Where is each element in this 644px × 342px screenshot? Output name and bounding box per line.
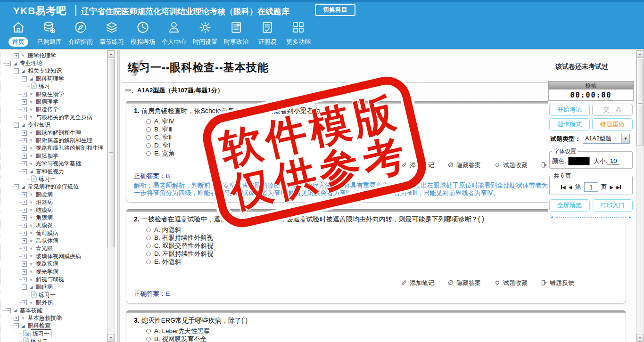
tree-item[interactable]: +▼眼遗传学 bbox=[0, 106, 105, 114]
print-entry-button[interactable]: 打印入口 bbox=[593, 199, 633, 212]
tree-item-label[interactable]: 眼睑病 bbox=[36, 191, 53, 199]
tree-item[interactable]: +▼泪器病 bbox=[0, 198, 105, 206]
expand-box-icon[interactable]: + bbox=[22, 99, 27, 105]
tree-item[interactable]: +▼结膜病 bbox=[0, 206, 105, 214]
radio-button-icon[interactable] bbox=[146, 151, 151, 156]
collapse-box-icon[interactable]: − bbox=[22, 76, 27, 81]
expand-box-icon[interactable]: + bbox=[22, 254, 27, 259]
tree-item[interactable]: 练习一 bbox=[0, 291, 105, 299]
nav-item-compass[interactable]: 介绍指南 bbox=[65, 20, 96, 47]
radio-button-icon[interactable] bbox=[146, 329, 151, 334]
expand-box-icon[interactable]: + bbox=[22, 261, 27, 267]
expand-box-icon[interactable]: + bbox=[22, 238, 27, 244]
nav-item-news[interactable]: 时事政治 bbox=[221, 20, 252, 47]
switch-subject-button[interactable]: 切换科目 bbox=[315, 4, 355, 16]
tree-item-label[interactable]: 青光眼 bbox=[36, 244, 53, 252]
expand-box-icon[interactable]: + bbox=[22, 130, 27, 136]
radio-button-icon[interactable] bbox=[146, 252, 151, 256]
window-scrollbar[interactable]: ▲ ▼ bbox=[636, 50, 644, 342]
tree-item-label[interactable]: 基本急救技能 bbox=[28, 314, 62, 322]
collapse-box-icon[interactable]: − bbox=[14, 122, 19, 128]
chevron-down-icon[interactable]: ▼ bbox=[621, 134, 629, 143]
tree-item-label[interactable]: 斜视与弱视 bbox=[36, 276, 64, 284]
tree-item[interactable]: +▼青光眼 bbox=[0, 245, 105, 252]
tree-item-label[interactable]: 巩膜炎 bbox=[36, 221, 53, 229]
tree-item-label[interactable]: 眼胚胎学 bbox=[36, 152, 58, 160]
tree-item-label[interactable]: 练习一 bbox=[39, 175, 56, 183]
next-page-icon[interactable]: ▶ bbox=[610, 185, 614, 190]
tree-item-label[interactable]: 专业理论 bbox=[20, 59, 42, 67]
tree-item[interactable]: +▼基本急救技能 bbox=[0, 314, 105, 322]
tree-item[interactable]: +▼巩膜炎 bbox=[0, 222, 105, 229]
tree-item[interactable]: −◢眼眶病 bbox=[0, 284, 105, 291]
tree-item[interactable]: −◢专业知识 bbox=[0, 122, 105, 129]
toolbar-heart-button[interactable]: 试题收藏 bbox=[494, 161, 528, 170]
scroll-down-icon[interactable]: ▼ bbox=[636, 334, 644, 342]
collapse-box-icon[interactable]: − bbox=[22, 285, 27, 290]
tree-item-label[interactable]: 眼眶病 bbox=[36, 283, 53, 291]
tree-item[interactable]: +▼视路和瞳孔路的解剖和生理 bbox=[0, 145, 105, 152]
tree-item[interactable]: −◢眼科检查 bbox=[0, 322, 105, 330]
tree-item-label[interactable]: 光学与视光学基础 bbox=[36, 160, 81, 168]
expand-box-icon[interactable]: + bbox=[22, 269, 27, 275]
tree-item[interactable]: 练习二 bbox=[0, 337, 105, 342]
tree-item[interactable]: 练习一 bbox=[0, 330, 105, 337]
collapse-box-icon[interactable]: − bbox=[6, 308, 11, 313]
panel-drag-handle[interactable]: 移动 bbox=[548, 81, 634, 90]
prev-page-icon[interactable]: ◀ bbox=[569, 185, 572, 190]
tree-item-label[interactable]: 结膜病 bbox=[36, 206, 53, 214]
toolbar-pencil-button[interactable]: 添加笔记 bbox=[401, 279, 434, 287]
tree-item[interactable]: −◢常见病种的诊疗规范 bbox=[0, 183, 105, 191]
tree-item[interactable]: +▼视路疾病 bbox=[0, 261, 105, 268]
collapse-box-icon[interactable]: − bbox=[14, 184, 19, 189]
tree-item-label[interactable]: 葡萄膜病 bbox=[36, 229, 58, 237]
tree-item[interactable]: +▼晶状体病 bbox=[0, 237, 105, 244]
collapse-box-icon[interactable]: − bbox=[14, 68, 19, 73]
scroll-up-icon[interactable]: ▲ bbox=[636, 50, 644, 58]
tree-item[interactable]: −◢专业理论 bbox=[0, 59, 105, 67]
expand-box-icon[interactable]: + bbox=[22, 192, 27, 197]
last-page-icon[interactable]: ▶ bbox=[616, 185, 621, 190]
tree-item[interactable]: +▼光学与视光学基础 bbox=[0, 160, 105, 167]
expand-box-icon[interactable]: + bbox=[22, 300, 27, 305]
radio-button-icon[interactable] bbox=[146, 119, 151, 124]
expand-box-icon[interactable]: + bbox=[22, 107, 27, 112]
font-color-swatch[interactable] bbox=[568, 157, 590, 165]
tree-item[interactable]: 练习一 bbox=[0, 83, 105, 90]
tree-item[interactable]: +▼葡萄膜病 bbox=[0, 229, 105, 237]
tree-item[interactable]: +▼与眼相关的常见全身病 bbox=[0, 114, 105, 121]
tree-item-label[interactable]: 视光学病 bbox=[36, 268, 58, 276]
toolbar-eye-off-button[interactable]: 隐藏答案 bbox=[447, 279, 481, 287]
expand-box-icon[interactable]: + bbox=[22, 138, 27, 143]
start-exam-button[interactable]: 开始考试 bbox=[549, 104, 590, 116]
first-page-icon[interactable]: ◀ bbox=[561, 185, 566, 190]
tree-item-label[interactable]: 泪器病 bbox=[36, 198, 53, 206]
tree-item[interactable]: +▼眼微生物学 bbox=[0, 90, 105, 98]
tree-item-label[interactable]: 练习二 bbox=[31, 337, 48, 342]
tree-item-label[interactable]: 眼球的解剖和生理 bbox=[36, 129, 81, 137]
tree-item[interactable]: 练习一 bbox=[0, 175, 105, 183]
nav-item-clock[interactable]: 模拟考场 bbox=[127, 20, 158, 47]
tree-item[interactable]: −◢基本技能 bbox=[0, 307, 105, 314]
expand-box-icon[interactable]: + bbox=[22, 215, 27, 220]
tree-item[interactable]: +▼玻璃体视网膜疾病 bbox=[0, 252, 105, 260]
tree-item-label[interactable]: 眼微生物学 bbox=[36, 90, 64, 98]
expand-box-icon[interactable]: + bbox=[22, 246, 27, 251]
tree-item-label[interactable]: 与眼相关的常见全身病 bbox=[36, 114, 92, 122]
expand-box-icon[interactable]: + bbox=[22, 277, 27, 282]
expand-box-icon[interactable]: + bbox=[14, 53, 19, 58]
tree-item-label[interactable]: 基本技能 bbox=[20, 307, 42, 315]
tree-item-label[interactable]: 眼遗传学 bbox=[36, 106, 58, 114]
tree-item[interactable]: +▼斜视与弱视 bbox=[0, 276, 105, 283]
collapse-box-icon[interactable]: − bbox=[6, 61, 11, 66]
tree-item-label[interactable]: 眼科检查 bbox=[28, 322, 50, 330]
toolbar-feedback-button[interactable]: 错题反馈 bbox=[541, 279, 574, 287]
radio-button-icon[interactable] bbox=[146, 127, 151, 132]
tree-item-label[interactable]: 眼附属器的解剖和生理 bbox=[36, 137, 92, 145]
expand-box-icon[interactable]: + bbox=[22, 200, 27, 205]
nav-item-grid[interactable]: 更多功能 bbox=[283, 20, 314, 47]
expand-box-icon[interactable]: + bbox=[22, 154, 27, 159]
expand-box-icon[interactable]: + bbox=[22, 208, 27, 213]
tree-item-label[interactable]: 眼科药理学 bbox=[36, 75, 64, 83]
tree-item[interactable]: +▼角膜病 bbox=[0, 214, 105, 221]
